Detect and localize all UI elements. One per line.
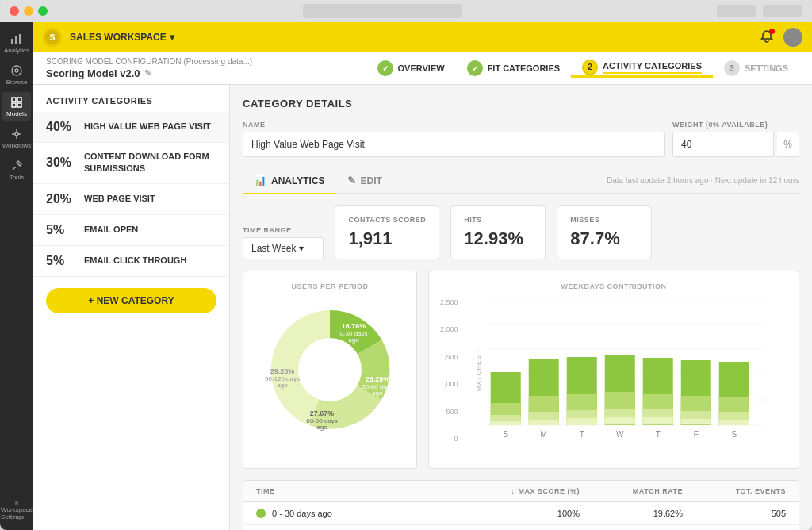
col-max-score-header[interactable]: ↓ MAX SCORE (%) xyxy=(477,487,580,495)
svg-text:W: W xyxy=(616,430,624,439)
category-name-2: CONTENT DOWNLOAD FORM SUBMISSIONS xyxy=(84,151,216,175)
bar-chart: WEEKDAYS CONTRIBUTION 2,500 2,000 1,500 … xyxy=(428,271,799,469)
bar-chart-area: 2,500 2,000 1,500 1,000 500 0 xyxy=(440,298,787,457)
list-item[interactable]: 20% WEB PAGE VISIT xyxy=(33,184,229,215)
list-item[interactable]: 5% EMAIL CLICK THROUGH xyxy=(33,246,229,277)
time-dot-1 xyxy=(256,509,266,518)
titlebar-btn-1 xyxy=(717,5,756,17)
name-label: NAME xyxy=(243,121,665,129)
titlebar-buttons xyxy=(717,5,802,17)
y-axis: 2,500 2,000 1,500 1,000 500 0 xyxy=(440,298,463,457)
hits-value: 12.93% xyxy=(464,229,532,249)
category-pct-4: 5% xyxy=(46,223,75,237)
svg-rect-8 xyxy=(17,103,21,107)
bar-chart-svg: S M T W T F S MATC xyxy=(463,298,787,457)
sidebar-item-analytics[interactable]: Analytics xyxy=(2,29,31,57)
workspace-title[interactable]: SALES WORKSPACE ▾ xyxy=(70,32,174,43)
svg-point-16 xyxy=(298,338,362,401)
svg-text:S: S xyxy=(503,430,508,439)
contacts-scored-label: CONTACTS SCORED xyxy=(348,216,426,224)
svg-rect-5 xyxy=(12,98,16,102)
sort-icon: ↓ xyxy=(511,487,515,495)
step-circle-settings: 3 xyxy=(724,60,740,76)
edit-tab-icon: ✎ xyxy=(347,175,356,186)
svg-text:16.76%: 16.76% xyxy=(342,322,366,330)
category-pct-5: 5% xyxy=(46,254,75,268)
tabs-row: 📊 ANALYTICS ✎ EDIT Data last update 2 ho… xyxy=(243,168,799,194)
contacts-scored-value: 1,911 xyxy=(348,229,426,249)
svg-text:F: F xyxy=(693,430,698,439)
weight-input[interactable]: 40 xyxy=(672,132,774,157)
svg-text:M: M xyxy=(540,430,546,439)
svg-text:ago: ago xyxy=(277,382,288,389)
close-button[interactable] xyxy=(10,6,19,16)
user-avatar[interactable] xyxy=(783,28,802,47)
sidebar-item-models[interactable]: Models xyxy=(2,92,31,121)
svg-text:ago: ago xyxy=(348,336,359,344)
svg-rect-11 xyxy=(17,501,18,503)
donut-chart-title: USERS PER PERIOD xyxy=(255,282,405,290)
sidebar-item-browse[interactable]: Browse xyxy=(2,60,31,89)
tab-analytics[interactable]: 📊 ANALYTICS xyxy=(243,168,336,194)
titlebar-btn-2 xyxy=(763,5,802,17)
bell-icon[interactable] xyxy=(760,29,774,46)
name-input[interactable]: High Value Web Page Visit xyxy=(243,132,665,157)
list-item[interactable]: 40% HIGH VALUE WEB PAGE VISIT xyxy=(33,112,229,143)
wizard-step-settings[interactable]: 3 SETTINGS xyxy=(713,60,799,76)
tab-edit[interactable]: ✎ EDIT xyxy=(336,168,393,194)
stat-misses: MISSES 87.7% xyxy=(557,205,652,259)
svg-rect-6 xyxy=(17,98,21,102)
svg-text:T: T xyxy=(655,430,660,439)
sidebar-item-workspace-settings[interactable]: Workspace Settings xyxy=(2,501,31,530)
edit-scoring-icon[interactable]: ✎ xyxy=(144,68,151,79)
wizard-step-overview[interactable]: ✓ OVERVIEW xyxy=(366,60,456,76)
table-header: TIME ↓ MAX SCORE (%) MATCH RATE TOT. EVE… xyxy=(243,481,799,502)
sidebar-item-tools[interactable]: Tools xyxy=(2,156,31,184)
svg-rect-62 xyxy=(718,420,749,425)
wizard-step-activity-categories[interactable]: 2 ACTIVITY CATEGORIES xyxy=(571,60,713,78)
col-match-rate-header: MATCH RATE xyxy=(580,487,683,495)
sidebar-header: ACTIVITY CATEGORIES xyxy=(33,85,229,112)
donut-chart: USERS PER PERIOD xyxy=(243,271,417,469)
list-item[interactable]: 5% EMAIL OPEN xyxy=(33,215,229,246)
time-stats-row: TIME RANGE Last Week ▾ CONTACTS SCORED 1… xyxy=(243,205,799,259)
right-panel: CATEGORY DETAILS NAME High Value Web Pag… xyxy=(230,85,812,530)
new-category-button[interactable]: + NEW CATEGORY xyxy=(46,288,216,313)
data-table: TIME ↓ MAX SCORE (%) MATCH RATE TOT. EVE… xyxy=(243,480,799,530)
svg-rect-10 xyxy=(15,501,17,503)
svg-text:S: S xyxy=(731,430,737,439)
svg-rect-12 xyxy=(15,503,17,505)
minimize-button[interactable] xyxy=(24,6,33,16)
chevron-down-icon: ▾ xyxy=(170,32,174,43)
chevron-down-icon: ▾ xyxy=(299,243,304,254)
breadcrumb-left: SCORING MODEL CONFIGURATION (Processing … xyxy=(46,57,252,79)
match-rate-cell-1: 19.62% xyxy=(580,509,683,518)
name-weight-row: NAME High Value Web Page Visit WEIGHT (0… xyxy=(243,121,799,157)
table-row: 30 - 60 days ago 75% 30.77% 813 xyxy=(243,525,799,530)
breadcrumb-bar: SCORING MODEL CONFIGURATION (Processing … xyxy=(33,52,812,85)
app-window: Analytics Browse Models Workflows Tools … xyxy=(0,0,812,530)
weight-field: WEIGHT (0% AVAILABLE) 40 % xyxy=(672,121,799,157)
svg-text:T: T xyxy=(579,430,584,439)
col-time-header: TIME xyxy=(256,487,477,495)
weight-label: WEIGHT (0% AVAILABLE) xyxy=(672,121,799,129)
sidebar-item-workflows[interactable]: Workflows xyxy=(2,124,31,152)
icon-nav: Analytics Browse Models Workflows Tools … xyxy=(0,22,33,530)
svg-text:29.28%: 29.28% xyxy=(270,367,295,375)
step-label-settings: SETTINGS xyxy=(745,63,788,73)
stat-contacts-scored: CONTACTS SCORED 1,911 xyxy=(335,205,439,259)
maximize-button[interactable] xyxy=(38,6,48,16)
window-controls xyxy=(10,6,48,16)
panel-title: CATEGORY DETAILS xyxy=(243,98,799,109)
step-label-activity: ACTIVITY CATEGORIES xyxy=(603,61,702,74)
svg-text:ago: ago xyxy=(316,424,327,431)
category-pct-3: 20% xyxy=(46,192,75,206)
time-range-label: TIME RANGE xyxy=(243,226,324,234)
wizard-step-fit-categories[interactable]: ✓ FIT CATEGORIES xyxy=(456,60,571,76)
category-pct-2: 30% xyxy=(46,156,75,170)
time-range-select[interactable]: Last Week ▾ xyxy=(243,237,324,259)
svg-point-9 xyxy=(15,132,18,136)
notification-badge xyxy=(769,29,775,34)
col-tot-events-header: TOT. EVENTS xyxy=(683,487,786,495)
list-item[interactable]: 30% CONTENT DOWNLOAD FORM SUBMISSIONS xyxy=(33,143,229,184)
